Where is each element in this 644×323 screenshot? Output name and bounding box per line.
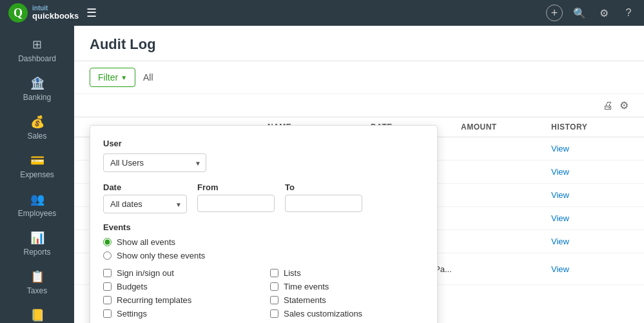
sidebar-item-banking[interactable]: 🏦 Banking xyxy=(0,70,74,108)
sidebar-item-label: Banking xyxy=(23,93,51,102)
show-all-events-radio[interactable] xyxy=(103,238,112,246)
recurring-checkbox[interactable] xyxy=(103,296,112,304)
events-radio-group: Show all events Show only these events xyxy=(103,237,424,260)
signin-checkbox[interactable] xyxy=(103,269,112,277)
add-icon[interactable]: + xyxy=(546,5,563,21)
page-header: Audit Log xyxy=(74,26,644,61)
expenses-icon: 💳 xyxy=(30,153,44,168)
view-link[interactable]: View xyxy=(551,264,629,274)
employees-icon: 👥 xyxy=(30,192,44,206)
sidebar-item-accounting[interactable]: 📒 Accounting xyxy=(0,302,74,323)
timeevents-checkbox-item[interactable]: Time events xyxy=(270,282,424,291)
show-only-events-option[interactable]: Show only these events xyxy=(103,251,424,260)
recurring-checkbox-item[interactable]: Recurring templates xyxy=(103,295,257,305)
col-history: HISTORY xyxy=(551,122,629,132)
sidebar-item-reports[interactable]: 📊 Reports xyxy=(0,224,74,263)
budgets-checkbox-item[interactable]: Budgets xyxy=(103,282,257,291)
main-content: Audit Log Filter ▼ All User All Users xyxy=(74,26,644,323)
settings-icon[interactable]: ⚙ xyxy=(596,5,612,21)
show-all-events-label: Show all events xyxy=(117,237,175,247)
taxes-icon: 📋 xyxy=(30,269,44,284)
budgets-label: Budgets xyxy=(117,282,148,291)
accounting-icon: 📒 xyxy=(30,308,44,322)
lists-label: Lists xyxy=(284,268,301,278)
events-label: Events xyxy=(103,222,424,232)
date-field: Date All dates Today This week This mont… xyxy=(103,182,187,213)
events-filter-section: Events Show all events Show only these e… xyxy=(103,222,424,323)
print-icon[interactable]: 🖨 xyxy=(603,100,613,112)
recurring-label: Recurring templates xyxy=(117,295,191,305)
sidebar: ⊞ Dashboard 🏦 Banking 💰 Sales 💳 Expenses… xyxy=(0,26,74,323)
user-filter-section: User All Users Craig Carlson ▼ xyxy=(103,139,424,172)
to-date-field: To xyxy=(285,182,362,212)
view-link[interactable]: View xyxy=(551,237,629,246)
statements-checkbox-item[interactable]: Statements xyxy=(270,295,424,305)
sidebar-item-taxes[interactable]: 📋 Taxes xyxy=(0,263,74,302)
sidebar-item-label: Sales xyxy=(27,132,46,141)
filter-tab-all: All xyxy=(143,72,153,83)
signin-checkbox-item[interactable]: Sign in/sign out xyxy=(103,268,257,278)
hamburger-menu-icon[interactable]: ☰ xyxy=(86,6,97,20)
view-link[interactable]: View xyxy=(551,167,629,177)
salescust-checkbox[interactable] xyxy=(270,309,278,318)
svg-text:Q: Q xyxy=(14,6,23,19)
filter-button-label: Filter xyxy=(98,72,118,83)
toolbar: Filter ▼ All xyxy=(74,61,644,94)
user-filter-label: User xyxy=(103,139,424,148)
to-date-input[interactable] xyxy=(285,195,362,212)
events-checkboxes: Sign in/sign out Lists Budgets Time xyxy=(103,268,424,323)
sidebar-item-label: Dashboard xyxy=(18,54,56,63)
to-label: To xyxy=(285,182,362,192)
export-settings-icon[interactable]: ⚙ xyxy=(620,99,629,112)
settings-label: Settings xyxy=(117,309,147,318)
timeevents-checkbox[interactable] xyxy=(270,282,278,291)
lists-checkbox[interactable] xyxy=(270,269,278,277)
view-link[interactable]: View xyxy=(551,144,629,153)
lists-checkbox-item[interactable]: Lists xyxy=(270,268,424,278)
help-icon[interactable]: ? xyxy=(621,5,636,21)
sales-icon: 💰 xyxy=(30,115,44,129)
dashboard-icon: ⊞ xyxy=(32,37,42,52)
search-icon[interactable]: 🔍 xyxy=(572,5,587,21)
signin-label: Sign in/sign out xyxy=(117,268,174,278)
filter-dropdown-arrow-icon: ▼ xyxy=(121,74,127,81)
show-only-events-label: Show only these events xyxy=(117,251,205,260)
filter-panel: User All Users Craig Carlson ▼ Date xyxy=(90,125,438,323)
user-select-wrapper: All Users Craig Carlson ▼ xyxy=(103,153,206,172)
reports-icon: 📊 xyxy=(30,231,44,245)
quickbooks-logo[interactable]: Q intuitquickbooks xyxy=(8,3,79,23)
view-link[interactable]: View xyxy=(551,190,629,200)
user-select[interactable]: All Users Craig Carlson xyxy=(103,153,206,172)
sidebar-item-label: Taxes xyxy=(27,286,47,295)
date-label: Date xyxy=(103,182,187,192)
date-select-wrapper: All dates Today This week This month Cus… xyxy=(103,195,187,213)
page-title: Audit Log xyxy=(90,36,629,53)
top-navigation: Q intuitquickbooks ☰ + 🔍 ⚙ ? xyxy=(0,0,644,26)
table-actions: 🖨 ⚙ xyxy=(74,94,644,117)
sidebar-item-label: Employees xyxy=(18,209,56,218)
sidebar-item-dashboard[interactable]: ⊞ Dashboard xyxy=(0,31,74,70)
date-select[interactable]: All dates Today This week This month Cus… xyxy=(103,195,187,213)
settings-checkbox-item[interactable]: Settings xyxy=(103,309,257,318)
filter-button[interactable]: Filter ▼ xyxy=(90,68,135,87)
banking-icon: 🏦 xyxy=(30,76,44,90)
statements-checkbox[interactable] xyxy=(270,296,278,304)
show-only-events-radio[interactable] xyxy=(103,251,112,260)
from-date-input[interactable] xyxy=(197,195,275,212)
budgets-checkbox[interactable] xyxy=(103,282,112,291)
sidebar-item-expenses[interactable]: 💳 Expenses xyxy=(0,147,74,186)
from-label: From xyxy=(197,182,275,192)
salescust-label: Sales customizations xyxy=(284,309,362,318)
sidebar-item-sales[interactable]: 💰 Sales xyxy=(0,108,74,147)
from-date-field: From xyxy=(197,182,275,212)
view-link[interactable]: View xyxy=(551,213,629,223)
salescust-checkbox-item[interactable]: Sales customizations xyxy=(270,309,424,318)
col-amount: AMOUNT xyxy=(461,122,551,132)
date-filter-section: Date All dates Today This week This mont… xyxy=(103,182,424,213)
sidebar-item-label: Expenses xyxy=(20,170,54,179)
timeevents-label: Time events xyxy=(284,282,329,291)
sidebar-item-employees[interactable]: 👥 Employees xyxy=(0,186,74,224)
table-area: User All Users Craig Carlson ▼ Date xyxy=(74,94,644,285)
show-all-events-option[interactable]: Show all events xyxy=(103,237,424,247)
settings-checkbox[interactable] xyxy=(103,309,112,318)
